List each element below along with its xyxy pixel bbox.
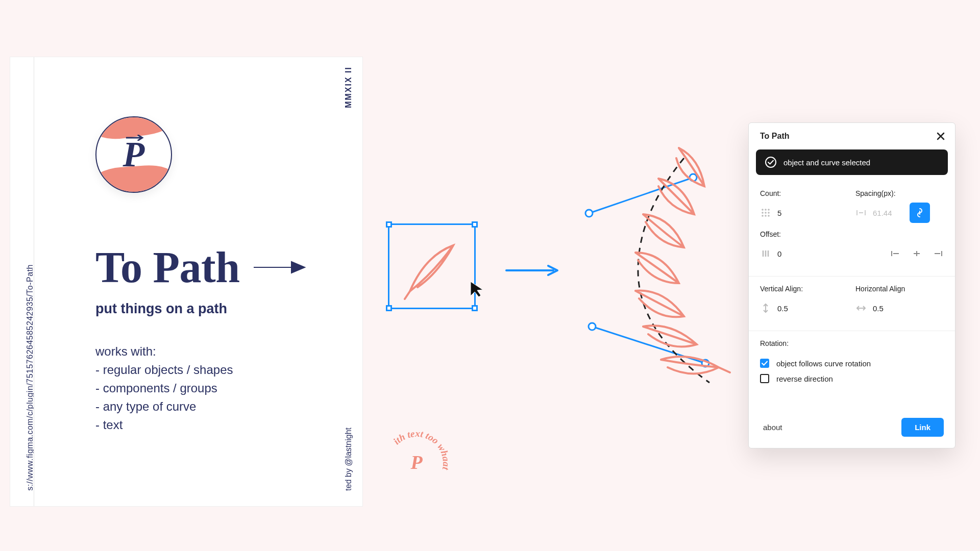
works-with-item: - text	[95, 416, 362, 434]
arrow-right-icon	[126, 135, 145, 141]
svg-point-4	[589, 323, 596, 330]
spacing-input[interactable]	[873, 209, 903, 217]
resize-handle-tl[interactable]	[386, 221, 392, 228]
resize-handle-br[interactable]	[472, 305, 478, 311]
resize-handle-bl[interactable]	[386, 305, 392, 311]
spacing-label: Spacing(px):	[855, 189, 944, 197]
svg-point-15	[768, 215, 770, 217]
svg-point-9	[768, 209, 770, 211]
follows-rotation-checkbox[interactable]	[760, 359, 769, 368]
count-input[interactable]	[777, 209, 808, 217]
status-bar: object and curve selected	[756, 149, 948, 175]
valign-input[interactable]	[777, 304, 808, 313]
reverse-direction-checkbox[interactable]	[760, 374, 769, 383]
close-button[interactable]	[936, 131, 946, 141]
cursor-icon	[470, 281, 485, 298]
svg-point-7	[762, 209, 764, 211]
works-with-heading: works with:	[95, 342, 362, 361]
works-with-item: - regular objects / shapes	[95, 361, 362, 379]
align-end-button[interactable]	[933, 248, 944, 259]
poster: MMXIX II ted by @lastnight s://www.figma…	[10, 57, 362, 506]
link-values-button[interactable]	[910, 203, 930, 223]
svg-point-8	[765, 209, 767, 211]
offset-input[interactable]	[777, 249, 808, 258]
offset-icon	[760, 249, 771, 258]
panel-title: To Path	[760, 132, 789, 141]
svg-point-11	[765, 212, 767, 214]
selection-box[interactable]	[388, 223, 476, 309]
works-with-item: - any type of curve	[95, 397, 362, 416]
poster-title: To Path	[95, 242, 239, 293]
svg-point-13	[762, 215, 764, 217]
works-with-item: - components / groups	[95, 379, 362, 397]
link-button[interactable]: Link	[901, 418, 944, 437]
about-link[interactable]: about	[763, 423, 782, 432]
arrow-right-icon	[505, 264, 561, 277]
arrows-horizontal-icon	[855, 305, 867, 312]
poster-body: works with: - regular objects / shapes -…	[95, 342, 362, 434]
svg-point-14	[765, 215, 767, 217]
poster-subtitle: put things on a path	[95, 301, 362, 317]
check-circle-icon	[765, 157, 776, 168]
count-label: Count:	[760, 189, 848, 197]
reverse-direction-label: reverse direction	[776, 374, 833, 383]
circular-text-p-icon: P	[410, 451, 422, 473]
halign-label: Horizontal Align	[855, 285, 944, 293]
align-center-button[interactable]	[911, 248, 922, 259]
halign-input[interactable]	[873, 304, 903, 313]
svg-point-12	[768, 212, 770, 214]
valign-label: Vertical Align:	[760, 285, 848, 293]
arrow-long-right-icon	[254, 260, 310, 274]
to-path-panel: To Path object and curve selected Count:…	[748, 122, 955, 448]
plugin-logo-letter: P	[96, 117, 171, 192]
close-icon	[937, 132, 945, 140]
svg-point-10	[762, 212, 764, 214]
svg-point-1	[585, 210, 593, 217]
offset-label: Offset:	[760, 230, 944, 238]
align-start-button[interactable]	[890, 248, 901, 259]
leaf-icon	[389, 225, 477, 311]
resize-handle-tr[interactable]	[472, 221, 478, 228]
spacing-icon	[855, 209, 867, 216]
follows-rotation-label: object follows curve rotation	[776, 359, 871, 368]
leaves-on-path-illustration	[577, 138, 740, 403]
arrows-vertical-icon	[760, 303, 771, 313]
link-icon	[916, 208, 923, 218]
grid-dots-icon	[760, 208, 771, 217]
plugin-logo-icon: P	[95, 116, 172, 193]
circular-text-sample: ith text too whaat P	[381, 428, 452, 499]
status-text: object and curve selected	[783, 158, 870, 167]
rotation-label: Rotation:	[760, 339, 944, 347]
